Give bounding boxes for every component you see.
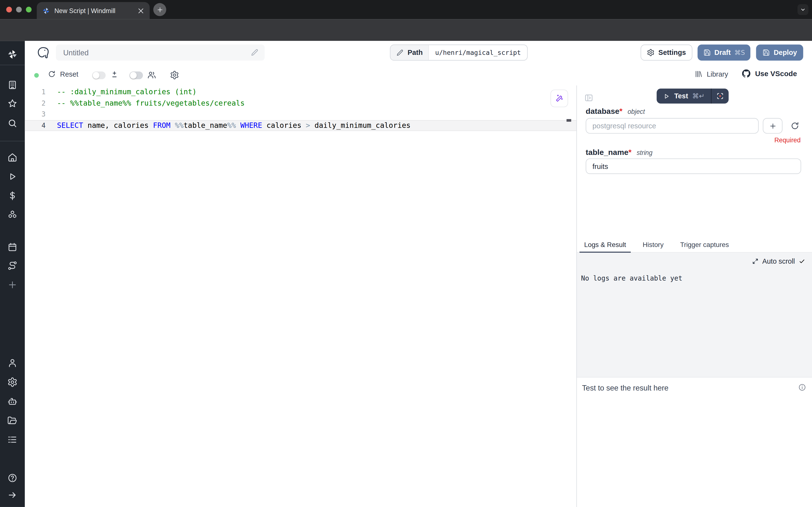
favorites-star-icon[interactable] bbox=[7, 98, 18, 109]
scan-target-icon bbox=[716, 92, 724, 100]
library-button[interactable]: Library bbox=[694, 70, 728, 78]
draft-button-label: Draft bbox=[714, 49, 731, 56]
settings-icon[interactable] bbox=[7, 377, 18, 387]
field-type: string bbox=[637, 149, 652, 156]
toggle-knob bbox=[130, 72, 137, 79]
reset-button-label: Reset bbox=[60, 70, 78, 78]
ai-assistant-button[interactable] bbox=[550, 90, 568, 107]
windmill-logo[interactable] bbox=[7, 49, 18, 60]
logs-panel: Auto scroll No logs are available yet bbox=[577, 253, 812, 377]
app-sidebar bbox=[0, 41, 25, 507]
window-close-button[interactable] bbox=[6, 7, 12, 12]
draft-button[interactable]: Draft ⌘S bbox=[697, 45, 750, 60]
window-zoom-button[interactable] bbox=[26, 7, 32, 12]
audit-logs-icon[interactable] bbox=[7, 435, 18, 445]
postgresql-icon bbox=[36, 46, 50, 60]
add-item-icon[interactable] bbox=[7, 280, 18, 290]
save-icon bbox=[703, 49, 711, 56]
runs-icon[interactable] bbox=[7, 171, 18, 182]
tab-search-button[interactable] bbox=[798, 4, 808, 15]
code-line[interactable]: 3 bbox=[25, 109, 576, 120]
test-button-group[interactable]: Test ⌘↵ bbox=[657, 89, 729, 103]
code-line[interactable]: 4SELECT name, calories FROM %%table_name… bbox=[25, 120, 576, 131]
reset-button[interactable]: Reset bbox=[48, 70, 78, 78]
database-resource-input[interactable] bbox=[586, 118, 759, 134]
code-line[interactable]: 2-- %%table_name%% fruits/vegetables/cer… bbox=[25, 98, 576, 109]
draft-shortcut: ⌘S bbox=[735, 49, 745, 56]
diff-mode-toggle[interactable] bbox=[92, 71, 106, 79]
path-value: u/henri/magical_script bbox=[429, 45, 527, 60]
expand-sidebar-icon[interactable] bbox=[7, 490, 18, 500]
script-path-control[interactable]: Path u/henri/magical_script bbox=[390, 45, 528, 60]
run-panel: Test ⌘↵ database* object Required table_… bbox=[576, 86, 812, 507]
windmill-favicon bbox=[42, 6, 50, 15]
browser-tab[interactable]: New Script | Windmill bbox=[37, 2, 150, 19]
plus-icon bbox=[769, 122, 776, 130]
required-note: Required bbox=[774, 137, 801, 144]
toggle-knob bbox=[93, 72, 100, 79]
triggers-icon[interactable] bbox=[7, 261, 18, 271]
use-vscode-button[interactable]: Use VScode bbox=[742, 69, 797, 77]
check-icon bbox=[799, 258, 805, 265]
window-minimize-button[interactable] bbox=[16, 7, 22, 12]
schedules-icon[interactable] bbox=[7, 242, 18, 252]
resources-icon[interactable] bbox=[7, 210, 18, 220]
help-icon[interactable] bbox=[7, 473, 18, 483]
tab-close-icon[interactable] bbox=[137, 6, 145, 15]
test-button-label: Test bbox=[674, 92, 688, 100]
library-icon bbox=[694, 70, 702, 78]
settings-button[interactable]: Settings bbox=[641, 45, 692, 60]
table-name-input[interactable] bbox=[586, 159, 801, 174]
folders-icon[interactable] bbox=[7, 415, 18, 426]
script-summary-text: Untitled bbox=[63, 48, 251, 57]
new-tab-button[interactable] bbox=[153, 3, 166, 16]
edit-pencil-icon bbox=[251, 49, 258, 56]
sidebar-divider bbox=[0, 65, 25, 65]
auto-scroll-control[interactable]: Auto scroll bbox=[752, 258, 805, 265]
result-panel: Test to see the result here bbox=[577, 377, 812, 507]
editor-settings-gear-icon[interactable] bbox=[170, 70, 179, 80]
workspace-icon[interactable] bbox=[7, 80, 18, 90]
tab-logs-result[interactable]: Logs & Result bbox=[580, 237, 631, 252]
test-button[interactable]: Test ⌘↵ bbox=[657, 89, 711, 103]
code-lines: 1-- :daily_minimum_calories (int)2-- %%t… bbox=[25, 87, 576, 131]
multiplayer-toggle[interactable] bbox=[129, 71, 143, 79]
multiplayer-users-icon[interactable] bbox=[147, 70, 157, 80]
field-name: database bbox=[586, 107, 619, 115]
code-line[interactable]: 1-- :daily_minimum_calories (int) bbox=[25, 87, 576, 98]
tab-history[interactable]: History bbox=[638, 237, 668, 252]
info-icon[interactable] bbox=[798, 383, 806, 392]
workers-bot-icon[interactable] bbox=[7, 396, 18, 406]
field-type: object bbox=[628, 108, 645, 115]
connection-status-dot bbox=[34, 73, 39, 77]
path-label-segment: Path bbox=[391, 45, 429, 60]
collapse-panel-icon[interactable] bbox=[584, 93, 593, 103]
settings-button-label: Settings bbox=[658, 49, 686, 56]
add-resource-button[interactable] bbox=[763, 118, 782, 134]
gear-icon bbox=[647, 49, 655, 56]
refresh-resources-icon[interactable] bbox=[790, 121, 800, 130]
deploy-button[interactable]: Deploy bbox=[756, 45, 803, 60]
code-editor[interactable]: 1-- :daily_minimum_calories (int)2-- %%t… bbox=[25, 86, 576, 507]
users-icon[interactable] bbox=[7, 358, 18, 368]
overview-ruler-cursor-mark bbox=[567, 119, 571, 122]
github-icon bbox=[742, 69, 750, 77]
tab-trigger-captures[interactable]: Trigger captures bbox=[676, 237, 734, 252]
required-asterisk: * bbox=[619, 107, 623, 115]
auto-scroll-label: Auto scroll bbox=[762, 258, 795, 265]
editor-toolbar: Reset Library Use VScode bbox=[25, 65, 812, 86]
script-header: Untitled Path u/henri/magical_script Set… bbox=[25, 41, 812, 65]
main-area: Untitled Path u/henri/magical_script Set… bbox=[25, 41, 812, 507]
required-asterisk: * bbox=[628, 148, 632, 156]
home-icon[interactable] bbox=[7, 152, 18, 163]
database-field-label: database* object bbox=[586, 107, 645, 115]
search-icon[interactable] bbox=[7, 118, 18, 128]
diff-icon[interactable] bbox=[110, 70, 119, 80]
deploy-button-label: Deploy bbox=[773, 49, 797, 56]
table-name-field-label: table_name* string bbox=[586, 148, 652, 156]
results-tabs: Logs & Result History Trigger captures bbox=[577, 237, 812, 252]
script-summary-field[interactable]: Untitled bbox=[56, 45, 265, 60]
capture-test-button[interactable] bbox=[711, 89, 729, 103]
variables-icon[interactable] bbox=[7, 191, 18, 201]
magic-wand-icon bbox=[555, 94, 564, 103]
